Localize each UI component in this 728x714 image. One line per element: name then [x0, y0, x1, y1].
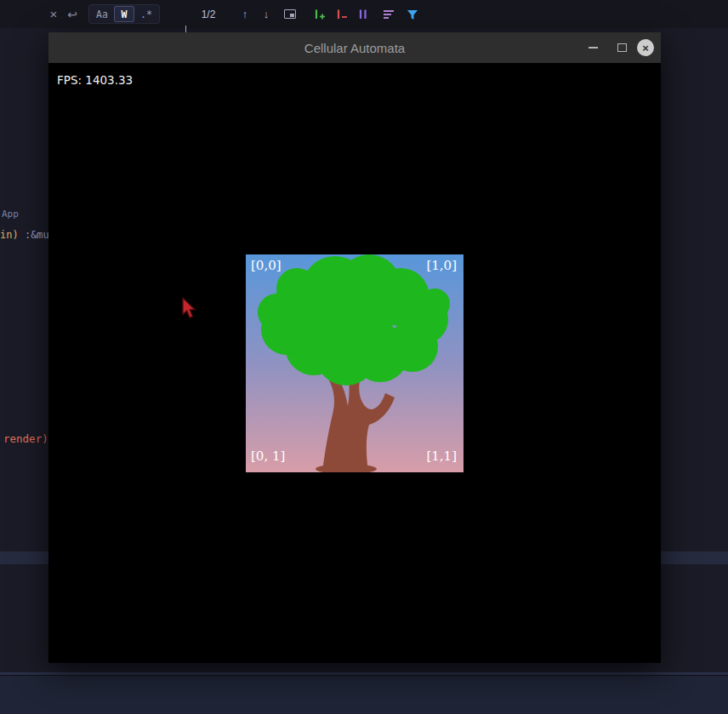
uv-label-top-right: [1,0]: [426, 258, 457, 273]
find-toolbar: × ↩ Aa W .* 1/2 ↑ ↓: [0, 0, 728, 28]
find-in-selection-button[interactable]: [281, 0, 299, 28]
mouse-cursor-icon: [182, 297, 196, 319]
filter-icon: [406, 8, 419, 21]
window-content: FPS: 1403.33: [48, 63, 661, 663]
red-bar-minus-icon: [334, 8, 348, 21]
close-button[interactable]: ×: [633, 32, 658, 63]
filter-button[interactable]: [403, 0, 422, 28]
fps-counter: FPS: 1403.33: [57, 73, 133, 87]
app-window: Cellular Automata × FPS: 1403.33: [48, 32, 661, 663]
sort-lines-button[interactable]: [379, 0, 398, 28]
green-bar-plus-button[interactable]: [310, 0, 328, 28]
regex-button[interactable]: .*: [136, 6, 156, 22]
code-token: in): [0, 229, 19, 241]
uv-label-top-left: [0,0]: [251, 258, 282, 273]
find-in-selection-icon: [284, 9, 296, 19]
sort-lines-icon: [382, 8, 395, 21]
maximize-icon: [617, 43, 627, 52]
minimize-button[interactable]: [583, 32, 602, 63]
match-counter: 1/2: [194, 0, 223, 28]
uv-label-bottom-right: [1,1]: [426, 448, 457, 464]
code-fragment-app: App: [2, 208, 19, 220]
window-title: Cellular Automata: [48, 32, 661, 63]
green-bar-plus-icon: [312, 8, 326, 21]
maximize-button[interactable]: [612, 32, 631, 63]
code-fragment-render: render): [3, 432, 48, 445]
tree-texture-image: [246, 254, 464, 472]
return-icon: ↩: [65, 0, 80, 28]
render-canvas: [0,0] [1,0] [0, 1] [1,1]: [246, 254, 464, 472]
prev-match-button[interactable]: ↑: [236, 0, 253, 28]
purple-bars-icon: [356, 8, 370, 21]
bottom-panel: [0, 675, 728, 714]
find-close-button[interactable]: ×: [46, 0, 61, 28]
close-icon: ×: [637, 39, 654, 56]
code-token: :&mu: [19, 229, 49, 241]
window-titlebar[interactable]: Cellular Automata ×: [48, 32, 661, 63]
whole-word-button[interactable]: W: [114, 6, 134, 22]
code-fragment-line2: in) :&mu: [0, 229, 49, 241]
minimize-icon: [589, 47, 598, 49]
purple-bars-button[interactable]: [354, 0, 373, 28]
match-case-button[interactable]: Aa: [92, 6, 112, 22]
search-options-group: Aa W .*: [88, 4, 160, 24]
uv-label-bottom-left: [0, 1]: [251, 448, 285, 464]
screen: × ↩ Aa W .* 1/2 ↑ ↓: [0, 0, 728, 714]
next-match-button[interactable]: ↓: [258, 0, 275, 28]
red-bar-minus-button[interactable]: [332, 0, 350, 28]
